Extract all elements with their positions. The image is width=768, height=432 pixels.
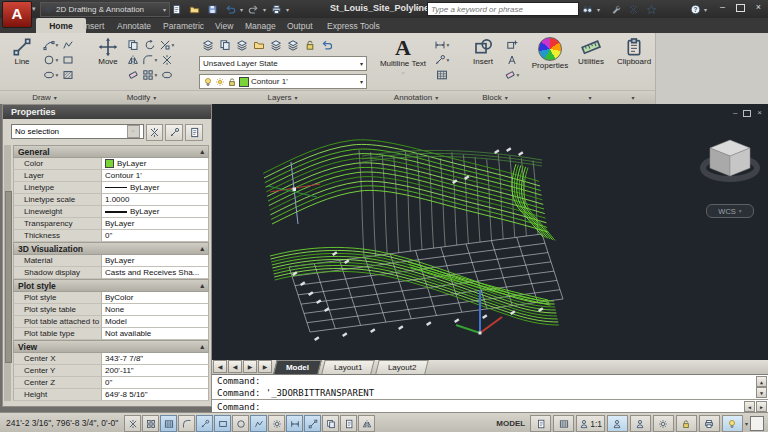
command-horizontal-scrollbar[interactable]: ◀ ▶ <box>744 401 767 412</box>
save-button[interactable] <box>204 3 220 16</box>
new-file-button[interactable] <box>168 3 184 16</box>
create-block-button[interactable] <box>503 37 520 52</box>
edit-attributes-button[interactable] <box>503 52 520 67</box>
annotation-scale-button[interactable]: 1:1 <box>576 415 605 432</box>
command-vertical-scrollbar[interactable]: ▲ ▼ <box>756 376 767 399</box>
prop-row-material[interactable]: MaterialByLayer <box>13 255 209 267</box>
layer-off-button[interactable] <box>284 37 301 52</box>
hatch-button[interactable] <box>59 67 76 82</box>
first-tab-button[interactable]: ◀ <box>213 360 227 373</box>
drawing-viewport[interactable]: – × WCS ▾ <box>212 104 768 360</box>
favorites-button[interactable] <box>644 2 659 16</box>
help-button[interactable] <box>688 2 703 16</box>
section-view[interactable]: View▴ <box>13 340 209 353</box>
section-3d-visualization[interactable]: 3D Visualization▴ <box>13 242 209 255</box>
prop-row-plot-table-type[interactable]: Plot table typeNot available <box>13 328 209 340</box>
section-plot-style[interactable]: Plot style▴ <box>13 279 209 292</box>
viewcube[interactable] <box>698 122 762 208</box>
block-editor-button[interactable]: ▾ <box>503 67 520 82</box>
qat-dropdown[interactable]: ▾ <box>286 6 289 13</box>
minimize-button[interactable]: – <box>716 2 729 14</box>
quick-view-layouts-button[interactable] <box>553 415 574 432</box>
clipboard-panel-footer[interactable]: ▾ <box>611 90 655 104</box>
array-button[interactable]: ▾ <box>141 67 158 82</box>
insert-block-button[interactable]: Insert <box>464 36 502 67</box>
layer-freeze-button[interactable] <box>267 37 284 52</box>
tab-express-tools[interactable]: Express Tools <box>320 18 387 33</box>
block-panel-footer[interactable]: Block▾ <box>461 90 529 104</box>
erase-button[interactable] <box>124 67 141 82</box>
search-input[interactable] <box>428 5 578 14</box>
selection-cycling-toggle[interactable] <box>358 415 375 432</box>
infer-constraints-toggle[interactable] <box>124 415 141 432</box>
prop-row-height[interactable]: Height649'-8 5/16" <box>13 389 209 401</box>
ducs-toggle[interactable] <box>268 415 285 432</box>
prop-row-plot-style-table[interactable]: Plot style tableNone <box>13 304 209 316</box>
arc-button[interactable]: ▾ <box>42 37 59 52</box>
draw-panel-footer[interactable]: Draw▾ <box>0 90 89 104</box>
quick-select-button[interactable] <box>185 124 203 141</box>
clipboard-button[interactable]: Clipboard <box>615 36 653 67</box>
palette-title[interactable]: Properties <box>3 105 211 119</box>
search-button[interactable] <box>580 2 595 16</box>
trim-button[interactable]: ▾ <box>158 37 175 52</box>
snap-toggle[interactable] <box>142 415 159 432</box>
prop-row-thickness[interactable]: Thickness0" <box>13 230 209 242</box>
layer-properties-button[interactable] <box>199 37 216 52</box>
clean-screen-button[interactable] <box>750 416 764 431</box>
polyline-button[interactable] <box>59 37 76 52</box>
tab-annotate[interactable]: Annotate <box>110 18 158 33</box>
prop-row-layer[interactable]: LayerContour 1' <box>13 170 209 182</box>
prop-row-center-z[interactable]: Center Z0" <box>13 377 209 389</box>
prop-row-plot-style[interactable]: Plot styleByColor <box>13 292 209 304</box>
tab-parametric[interactable]: Parametric <box>156 18 211 33</box>
layer-dropdown[interactable]: Contour 1' ▾ <box>199 74 367 89</box>
mirror-button[interactable] <box>124 52 141 67</box>
tray-settings-button[interactable] <box>699 415 720 432</box>
explode-button[interactable] <box>158 52 175 67</box>
utilities-panel-footer[interactable]: ▾ <box>569 90 611 104</box>
prop-row-linetype[interactable]: LinetypeByLayer <box>13 182 209 194</box>
otrack-toggle[interactable] <box>250 415 267 432</box>
prop-row-shadow-display[interactable]: Shadow displayCasts and Receives Sha... <box>13 267 209 279</box>
offset-button[interactable] <box>158 67 175 82</box>
prop-row-center-x[interactable]: Center X343'-7 7/8" <box>13 353 209 365</box>
prev-tab-button[interactable]: ◀ <box>228 360 242 373</box>
tab-layout1[interactable]: Layout1 <box>321 360 375 374</box>
ellipse-button[interactable]: ▾ <box>42 67 59 82</box>
scroll-right-button[interactable]: ▶ <box>756 401 767 412</box>
exchange-button[interactable] <box>608 2 623 16</box>
select-objects-button[interactable] <box>165 124 183 141</box>
search-dropdown[interactable]: ▾ <box>597 6 600 13</box>
layer-lock-button[interactable] <box>301 37 318 52</box>
prop-row-transparency[interactable]: TransparencyByLayer <box>13 218 209 230</box>
tab-view[interactable]: View <box>208 18 240 33</box>
next-tab-button[interactable]: ▶ <box>243 360 257 373</box>
last-tab-button[interactable]: ▶ <box>258 360 272 373</box>
transparency-toggle[interactable] <box>322 415 339 432</box>
tab-manage[interactable]: Manage <box>238 18 283 33</box>
search-field[interactable] <box>427 2 579 16</box>
circle-button[interactable]: ▾ <box>42 52 59 67</box>
tab-layout2[interactable]: Layout2 <box>375 360 429 374</box>
palette-scroll-thumb[interactable] <box>5 191 12 363</box>
leader-button[interactable]: ▾ <box>433 52 450 67</box>
move-button[interactable]: Move <box>92 36 124 67</box>
app-menu-dropdown[interactable]: ▾ <box>32 5 36 13</box>
help-dropdown[interactable]: ▾ <box>704 6 707 13</box>
lineweight-toggle[interactable] <box>304 415 321 432</box>
prop-row-plot-table-attached[interactable]: Plot table attached toModel <box>13 316 209 328</box>
grid-toggle[interactable] <box>160 415 177 432</box>
dimension-button[interactable]: ▾ <box>433 37 450 52</box>
dynamic-input-toggle[interactable] <box>286 415 303 432</box>
plot-button[interactable] <box>268 3 284 16</box>
prop-row-color[interactable]: ColorByLayer <box>13 158 209 170</box>
layer-isolate-button[interactable] <box>233 37 250 52</box>
quick-properties-toggle[interactable] <box>340 415 357 432</box>
model-space-button[interactable]: MODEL <box>493 419 528 428</box>
app-menu-button[interactable]: A <box>2 1 32 28</box>
line-button[interactable]: Line <box>4 36 40 67</box>
palette-scrollbar[interactable] <box>4 145 11 401</box>
drawing-minimize-button[interactable]: – <box>733 108 737 119</box>
undo-dropdown[interactable]: ▾ <box>240 6 243 13</box>
